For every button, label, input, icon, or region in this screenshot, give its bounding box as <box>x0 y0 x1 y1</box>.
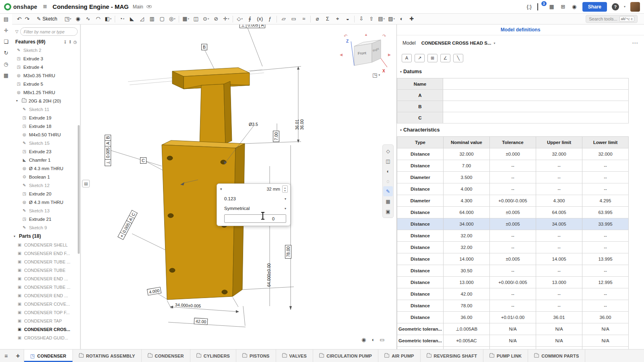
part-item-condenser-tap[interactable]: ▣CONDENSER TAP <box>12 317 80 325</box>
add-table-icon[interactable]: ⊞ <box>427 54 438 62</box>
sketch-button[interactable]: ✎ Sketch <box>33 15 60 23</box>
part-item-condenser-shell[interactable]: ▣CONDENSER SHELL <box>12 241 80 249</box>
versions-icon[interactable]: ↻ <box>4 50 8 56</box>
dimension-78[interactable]: 78.00 <box>285 245 291 259</box>
characteristic-row[interactable]: Distance13.000+0.000/-0.00513.00012.995 <box>397 277 629 288</box>
export-icon[interactable]: ⇧ <box>366 14 376 24</box>
rollback-bar-icon[interactable]: ↧ <box>64 40 67 44</box>
part-item-condenser-tube[interactable]: ▣CONDENSER TUBE <box>12 266 80 274</box>
help-caret-icon[interactable]: ▾ <box>624 5 625 8</box>
folder-caret-icon[interactable]: ▾ <box>16 99 20 103</box>
feature-filter-input[interactable]: Filter by name or type <box>20 27 78 36</box>
filter-funnel-icon[interactable]: ▽ <box>15 29 19 34</box>
sweep-icon[interactable]: ∿ <box>83 14 93 24</box>
tab-air-pump[interactable]: AIR PUMP <box>378 350 420 362</box>
tab-common-parts[interactable]: COMMON PARTS <box>528 350 585 362</box>
feature-item-sketch-11[interactable]: ✎Sketch 11 <box>12 105 80 113</box>
features-scrollbar[interactable] <box>78 125 80 254</box>
configurations-icon[interactable]: ✛ <box>4 27 8 33</box>
measure-icon[interactable]: ⌀ <box>312 14 322 24</box>
visibility-icon[interactable]: ◌ <box>383 176 393 186</box>
characteristic-row[interactable]: Distance36.00+0.01/-0.0036.0136.00 <box>397 312 629 323</box>
characteristic-row[interactable]: Distance7.00------ <box>397 160 629 172</box>
feature-item-extrude-19[interactable]: ◳Extrude 19 <box>12 113 80 122</box>
pattern-tool-icon[interactable]: ▦ <box>383 196 393 206</box>
history-icon[interactable]: ◷ <box>4 61 8 67</box>
section-view-icon[interactable]: ◫ <box>383 156 393 166</box>
thicken-icon[interactable]: ◧▾ <box>103 14 113 24</box>
feature-item-extrude-18[interactable]: ◳Extrude 18 <box>12 122 80 130</box>
rib-icon[interactable]: ▥ <box>147 14 157 24</box>
dimension-list-toggle[interactable]: ▤ <box>82 180 90 187</box>
datum-value-cell[interactable] <box>443 112 629 123</box>
part-item-condenser-end[interactable]: ▣CONDENSER END ... <box>12 291 80 300</box>
characteristic-row[interactable]: Distance78.00------ <box>397 300 629 312</box>
frame-icon[interactable]: ▭ <box>289 14 299 24</box>
fcf-perpendicularity-top[interactable]: ⊥ 0.005 A <box>239 25 265 28</box>
characteristics-section-header[interactable]: ▾ Characteristics <box>397 123 644 136</box>
named-views-icon[interactable]: ⌖ <box>332 14 343 24</box>
characteristic-row[interactable]: Distance30.50------ <box>397 265 629 277</box>
model-select[interactable]: CONDENSER CROSS HEAD S... ▾ <box>421 41 495 45</box>
protractor-icon[interactable]: ◖ <box>371 337 374 343</box>
tab-valves[interactable]: VALVES <box>276 350 314 362</box>
feature-item-sketch-15[interactable]: ✎Sketch 15 <box>12 139 80 147</box>
stepper-down-icon[interactable]: ▾ <box>284 189 285 192</box>
appearance-icon[interactable]: ◐ <box>383 166 393 176</box>
tab-cylinders[interactable]: CYLINDERS <box>190 350 236 362</box>
characteristic-row[interactable]: Geometric toleran...⌖0.005ACN/AN/AN/A <box>397 335 629 347</box>
angle-dimension-icon[interactable]: ∠ <box>440 54 450 62</box>
tolerance-value-input[interactable]: 0 <box>224 214 286 223</box>
help-button[interactable]: ? <box>612 3 619 10</box>
named-views-icon[interactable]: ◇ <box>383 146 393 156</box>
featurescript-icon[interactable]: {;} <box>526 4 533 10</box>
view-cube[interactable]: ↶ ↷ ▲ ◀ ▶ Front Right Z X <box>339 33 393 78</box>
feature-item-extrude-23[interactable]: ◳Extrude 23 <box>12 147 80 156</box>
notifications-icon[interactable]: 3 <box>537 4 544 10</box>
datum-value-cell[interactable] <box>443 90 629 101</box>
part-item-condenser-cove[interactable]: ▣CONDENSER COVE... <box>12 300 80 308</box>
linear-pattern-icon[interactable]: ▦▾ <box>181 14 191 24</box>
fea-studio-icon[interactable]: ▨▾ <box>386 14 396 24</box>
stepper-up-icon[interactable]: ▴ <box>284 186 285 189</box>
datum-row-b[interactable]: B <box>397 101 629 112</box>
rotate-ccw-icon[interactable]: ↶ <box>344 33 347 39</box>
boolean-icon[interactable]: ⊙▾ <box>201 14 211 24</box>
part-item-condenser-end[interactable]: ▣CONDENSER END ... <box>12 274 80 283</box>
part-item-condenser-tube[interactable]: ▣CONDENSER TUBE ... <box>12 283 80 291</box>
datum-flag-c[interactable]: C <box>140 157 147 164</box>
part-item-condenser-cros[interactable]: ▣CONDENSER CROS... <box>12 325 80 333</box>
characteristic-row[interactable]: Distance4.000------ <box>397 183 629 195</box>
tables-icon[interactable]: ▤▾ <box>376 14 386 24</box>
datum-label-icon[interactable]: A <box>402 54 412 62</box>
offset-surface-icon[interactable]: ◇▾ <box>235 14 245 24</box>
part-item-crosshead-guid[interactable]: ▣CROSSHEAD GUID... <box>12 333 80 342</box>
branch-name[interactable]: Main <box>133 4 143 10</box>
parts-header[interactable]: ▾ Parts (18) <box>12 232 80 241</box>
dimension-tool-icon[interactable]: ✎ <box>383 186 393 196</box>
variable-icon[interactable]: (x) <box>255 14 265 24</box>
datum-row-c[interactable]: C <box>397 112 629 123</box>
characteristic-row[interactable]: Distance32.000±0.00032.00032.000 <box>397 148 629 160</box>
import-icon[interactable]: ⇩ <box>356 14 366 24</box>
characteristic-row[interactable]: Diameter3.500------ <box>397 172 629 183</box>
fcf-perpendicularity-left[interactable]: ⊥ 0.005 A B <box>105 135 111 166</box>
appearance-sphere-icon[interactable]: ◉ <box>361 337 366 343</box>
units-scale-icon[interactable]: ▭ <box>380 337 384 343</box>
callout-tool-icon[interactable]: ▣ <box>383 206 393 216</box>
section-view-icon[interactable]: ◒ <box>343 14 353 24</box>
split-icon[interactable]: ⊘ <box>211 14 221 24</box>
value-stepper[interactable]: ▴ ▾ <box>282 185 288 193</box>
characteristic-row[interactable]: Distance64.000±0.00564.00563.995 <box>397 207 629 218</box>
dimension-64[interactable]: 64.000±0.00 <box>266 263 271 287</box>
search-tools-input[interactable]: Search tools... alt/⌥ c <box>586 15 638 23</box>
share-link-icon[interactable] <box>147 5 152 8</box>
characteristic-row[interactable]: Distance14.000±0.00514.00513.995 <box>397 253 629 265</box>
tables-panel-icon[interactable]: ▦ <box>4 72 8 78</box>
hole-icon[interactable]: ◎▾ <box>167 14 177 24</box>
feature-item-extrude-5[interactable]: ◳Extrude 5 <box>12 80 80 88</box>
datum-row-a[interactable]: A <box>397 90 629 101</box>
spreadsheet-icon[interactable]: ▦ <box>549 4 555 10</box>
tab-condenser[interactable]: ◳CONDENSER <box>24 350 73 362</box>
app-grid-icon[interactable]: ⊞ <box>560 4 566 10</box>
